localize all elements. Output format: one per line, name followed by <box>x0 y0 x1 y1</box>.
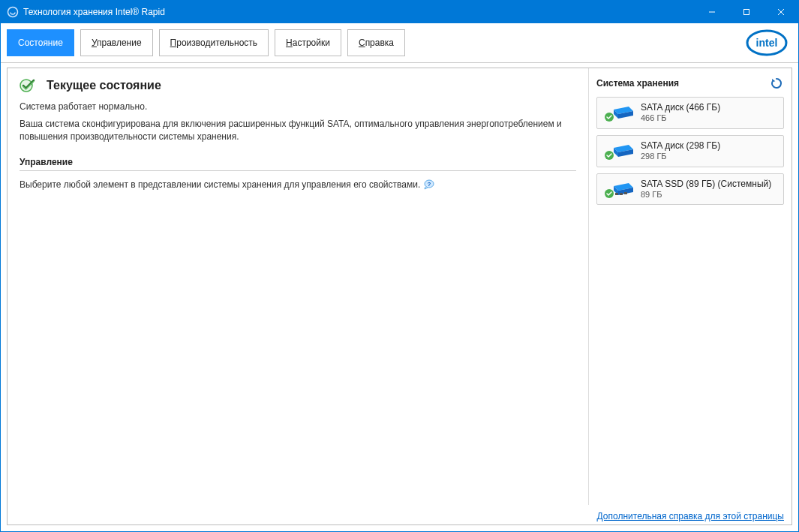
svg-rect-13 <box>615 193 618 195</box>
tab-status[interactable]: Состояние <box>7 29 74 56</box>
divider <box>20 170 576 171</box>
titlebar: Технология хранения Intel® Rapid <box>1 1 798 23</box>
refresh-button[interactable] <box>769 76 784 91</box>
svg-point-0 <box>8 8 18 17</box>
device-name: SATA SSD (89 ГБ) (Системный) <box>641 179 771 190</box>
device-name: SATA диск (298 ГБ) <box>641 140 720 152</box>
svg-rect-14 <box>620 193 623 195</box>
window-title: Технология хранения Intel® Rapid <box>23 7 165 17</box>
intel-logo: intel <box>746 29 788 57</box>
close-button[interactable] <box>764 1 798 23</box>
hdd-icon <box>603 140 635 161</box>
svg-text:intel: intel <box>756 37 778 49</box>
manage-heading: Управление <box>20 157 576 167</box>
storage-title: Система хранения <box>596 78 679 89</box>
status-ok-text: Система работает нормально. <box>20 101 576 112</box>
device-size: 89 ГБ <box>641 190 771 200</box>
maximize-button[interactable] <box>729 1 764 23</box>
svg-text:?: ? <box>428 180 431 187</box>
tab-bar: Состояние Управление Производительность … <box>1 23 798 63</box>
page-title: Текущее состояние <box>47 79 161 92</box>
main-panel: Текущее состояние Система работает норма… <box>8 68 589 505</box>
ssd-icon <box>603 179 635 200</box>
storage-device[interactable]: SATA диск (466 ГБ) 466 ГБ <box>596 97 784 129</box>
app-icon <box>7 6 19 18</box>
status-ok-icon <box>20 77 41 94</box>
tab-manage[interactable]: Управление <box>80 29 153 56</box>
device-name: SATA диск (466 ГБ) <box>641 102 720 113</box>
storage-panel: Система хранения <box>589 68 791 505</box>
status-description: Ваша система сконфигурирована для включе… <box>20 118 576 143</box>
manage-hint: Выберите любой элемент в представлении с… <box>20 179 420 190</box>
svg-point-7 <box>20 80 32 92</box>
hdd-icon <box>603 102 635 123</box>
minimize-button[interactable] <box>695 1 729 23</box>
device-size: 466 ГБ <box>641 113 720 124</box>
storage-device[interactable]: SATA SSD (89 ГБ) (Системный) 89 ГБ <box>596 173 784 206</box>
device-size: 298 ГБ <box>641 152 720 162</box>
tab-performance[interactable]: Производительность <box>159 29 269 56</box>
svg-rect-2 <box>744 10 749 15</box>
tab-settings[interactable]: Настройки <box>275 29 341 56</box>
footer-help-link[interactable]: Дополнительная справка для этой страницы <box>597 511 784 521</box>
storage-device[interactable]: SATA диск (298 ГБ) 298 ГБ <box>596 135 784 167</box>
help-icon[interactable]: ? <box>423 179 435 191</box>
tab-help[interactable]: Справка <box>347 29 405 56</box>
svg-rect-15 <box>624 192 627 194</box>
